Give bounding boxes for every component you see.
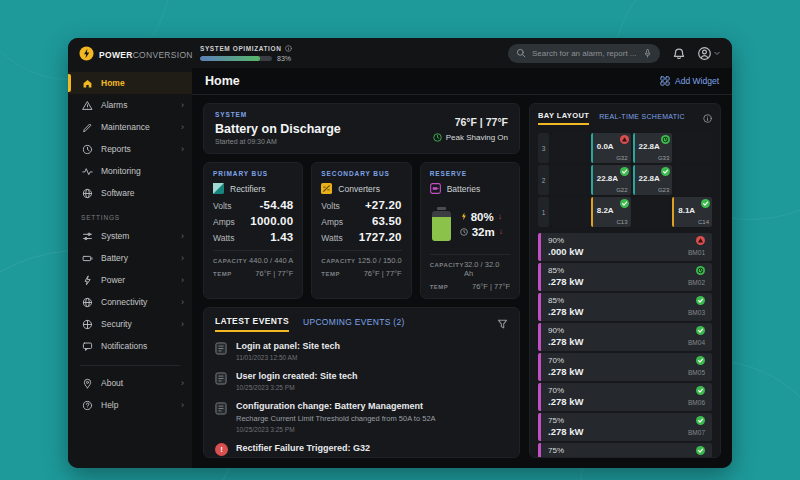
event-item[interactable]: Configuration change: Battery Management… [215,401,508,433]
charge-bolt-icon [460,212,467,221]
module-row-BM08[interactable]: 75% .278 kWBM08 [538,443,712,458]
event-log-icon [215,371,228,391]
add-widget-icon [660,76,670,86]
bell-icon[interactable] [673,47,685,59]
search-bar[interactable] [508,44,660,63]
alarms-icon [81,100,93,111]
module-row-BM05[interactable]: 70% .278 kWBM05 [538,353,712,381]
module-kw: .278 kW [548,336,583,347]
sidebar-item-about[interactable]: About › [68,372,192,394]
sidebar-item-label: Alarms [101,100,127,110]
bay-cell-value: 22.8A [597,174,618,183]
module-row-BM01[interactable]: 90% .000 kWBM01 [538,233,712,261]
sidebar-item-label: Security [101,319,132,329]
sidebar-item-connectivity[interactable]: Connectivity › [68,291,192,313]
event-item[interactable]: Login at panel: Site tech 11/01/2023 12:… [215,341,508,361]
tab-realtime-schematic[interactable]: REAL-TIME SCHEMATIC [599,113,685,123]
sidebar-item-notifications[interactable]: Notifications [68,335,192,357]
main-area: Home Add Widget SYSTEM Battery on Discha… [192,68,732,468]
sidebar-item-power[interactable]: Power › [68,269,192,291]
chevron-down-icon [714,51,720,56]
sidebar-item-alarms[interactable]: Alarms › [68,94,192,116]
status-ok-icon [620,199,629,208]
temp-value: 76°F | 77°F [255,269,293,278]
charge-value: 80% [471,211,494,223]
module-kw: .278 kW [548,426,583,437]
module-row-BM04[interactable]: 90% .278 kWBM04 [538,323,712,351]
home-icon [81,78,93,89]
module-id: BM06 [688,399,705,406]
sidebar-item-help[interactable]: Help › [68,394,192,416]
module-kw: .278 kW [548,276,583,287]
sidebar: Home Alarms › Maintenance › Reports › Mo… [68,68,192,468]
bay-cell-value: 8.1A [678,206,695,215]
chevron-right-icon: › [181,100,184,110]
bay-row-number: 1 [538,197,549,227]
bay-cell-C13[interactable]: 8.2A C13 [591,197,631,227]
event-item[interactable]: User login created: Site tech 10/25/2023… [215,371,508,391]
status-ok-icon [661,167,670,176]
bay-cell-value: 0.0A [597,142,614,151]
help-icon [81,400,93,411]
tab-bay-layout[interactable]: BAY LAYOUT [538,111,589,125]
event-alert-icon: ! [215,443,228,456]
module-row-BM02[interactable]: 85% .278 kWBM02 [538,263,712,291]
event-item[interactable]: ! Rectifier Failure Triggered: G32 [215,443,508,456]
module-row-BM06[interactable]: 70% .278 kWBM06 [538,383,712,411]
status-ok-icon [696,356,705,365]
bay-cell-G22[interactable]: 22.8A G22 [591,165,631,195]
temp-label: TEMP [321,271,340,277]
sidebar-item-system[interactable]: System › [68,225,192,247]
event-title: Login at panel: Site tech [236,341,340,351]
sidebar-item-label: Home [101,78,125,88]
module-row-BM07[interactable]: 75% .278 kWBM07 [538,413,712,441]
info-icon[interactable] [285,45,292,52]
device-name: Batteries [447,184,481,194]
bay-cell-G32[interactable]: 0.0A G32 [591,133,631,163]
charge-row: 80% ↓ [460,211,510,223]
sidebar-item-software[interactable]: Software [68,182,192,204]
sidebar-item-label: Battery [101,253,128,263]
sidebar-item-battery[interactable]: Battery › [68,247,192,269]
sidebar-item-home[interactable]: Home [68,72,192,94]
bay-cell-G33[interactable]: 22.8A G33 [633,133,673,163]
bay-cell-C14[interactable]: 8.1A C14 [672,197,712,227]
module-id: BM03 [688,309,705,316]
system-optimization: SYSTEM OPIMIZATION 83% [200,45,292,62]
system-icon [81,231,93,242]
bay-grid: 3 0.0A G32 22.8A G33 [538,133,712,227]
bay-cell-value: 22.8A [639,142,660,151]
tab-upcoming-events[interactable]: UPCOMING EVENTS (2) [303,317,405,331]
capacity-value: 125.0 / 150.0 [358,256,402,265]
module-id: BM02 [688,279,705,286]
temp-value: 76°F | 77°F [364,269,402,278]
chevron-right-icon: › [181,319,184,329]
sidebar-item-monitoring[interactable]: Monitoring [68,160,192,182]
capacity-value: 32.0 / 32.0 Ah [464,260,510,278]
search-input[interactable] [532,49,637,58]
status-standby-icon [696,266,705,275]
status-ok-icon [696,296,705,305]
filter-icon[interactable] [497,319,508,329]
system-temperatures: 76°F | 77°F [433,116,508,128]
account-menu[interactable] [698,47,720,60]
info-icon[interactable] [703,114,712,123]
sidebar-item-security[interactable]: Security › [68,313,192,335]
bay-cell-G23[interactable]: 22.8A G23 [633,165,673,195]
add-widget-button[interactable]: Add Widget [660,76,719,86]
logo-text: POWERCONVERSION [99,45,193,61]
module-row-BM03[interactable]: 85% .278 kWBM03 [538,293,712,321]
sidebar-item-maintenance[interactable]: Maintenance › [68,116,192,138]
sidebar-item-reports[interactable]: Reports › [68,138,192,160]
bay-cell-label: C13 [616,219,627,225]
battery-icon [81,253,93,264]
status-ok-icon [696,326,705,335]
bay-cell-label: G33 [658,155,669,161]
amps-value: 1000.00 [250,215,293,227]
module-kw: .278 kW [548,456,583,458]
tab-latest-events[interactable]: LATEST EVENTS [215,316,289,332]
mic-icon[interactable] [643,48,652,59]
bay-empty-slot [633,197,671,227]
bay-cell-label: G23 [658,187,669,193]
module-kw: .278 kW [548,396,583,407]
